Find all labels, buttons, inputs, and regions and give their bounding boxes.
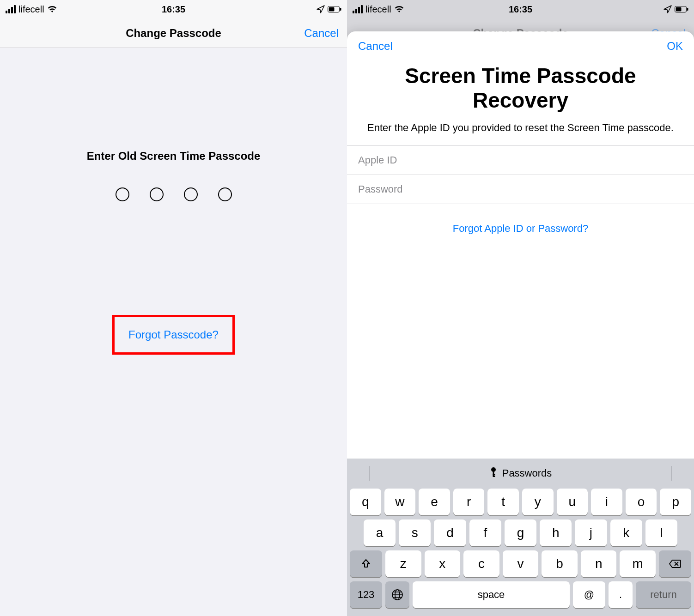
key-i[interactable]: i [591, 489, 622, 515]
key-c[interactable]: c [463, 550, 499, 577]
key-f[interactable]: f [469, 519, 501, 546]
key-e[interactable]: e [419, 489, 450, 515]
apple-id-field[interactable] [358, 154, 683, 166]
keyboard: Passwords q w e r t y u i o p a s d f g … [347, 459, 694, 616]
wifi-icon [394, 6, 404, 13]
passcode-dot [116, 187, 129, 201]
key-at[interactable]: @ [573, 581, 605, 608]
key-w[interactable]: w [384, 489, 416, 515]
key-d[interactable]: d [434, 519, 466, 546]
page-title: Change Passcode [126, 27, 221, 40]
key-icon [489, 467, 498, 480]
keyboard-row-1: q w e r t y u i o p [350, 489, 691, 515]
keyboard-suggestion-bar[interactable]: Passwords [350, 462, 691, 484]
key-b[interactable]: b [542, 550, 578, 577]
keyboard-row-2: a s d f g h j k l [350, 519, 691, 546]
key-a[interactable]: a [364, 519, 396, 546]
passcode-dot [218, 187, 232, 201]
key-space[interactable]: space [413, 581, 570, 608]
keyboard-row-3: z x c v b n m [350, 550, 691, 577]
key-backspace[interactable] [659, 550, 691, 577]
cancel-button[interactable]: Cancel [358, 40, 393, 53]
key-x[interactable]: x [425, 550, 461, 577]
battery-icon [328, 6, 341, 12]
location-icon [664, 5, 672, 13]
passcode-field[interactable] [116, 187, 232, 201]
key-return[interactable]: return [636, 581, 691, 608]
status-bar: lifecell 16:35 [0, 0, 347, 18]
cancel-button[interactable]: Cancel [304, 27, 339, 40]
forgot-apple-id-link[interactable]: Forgot Apple ID or Password? [347, 204, 694, 244]
key-s[interactable]: s [399, 519, 431, 546]
svg-rect-5 [687, 8, 688, 11]
key-h[interactable]: h [540, 519, 572, 546]
key-dot[interactable]: . [609, 581, 633, 608]
screen-change-passcode: lifecell 16:35 Change Passcode Cancel En… [0, 0, 347, 616]
sheet-title: Screen Time Passcode Recovery [347, 56, 694, 115]
svg-rect-2 [340, 8, 341, 11]
key-y[interactable]: y [522, 489, 554, 515]
key-l[interactable]: l [645, 519, 677, 546]
key-m[interactable]: m [620, 550, 656, 577]
key-shift[interactable] [350, 550, 382, 577]
key-z[interactable]: z [385, 550, 421, 577]
key-123[interactable]: 123 [350, 581, 382, 608]
screen-recovery: lifecell 16:35 Change Passcode Cancel Ca… [347, 0, 694, 616]
keyboard-row-4: 123 space @ . return [350, 581, 691, 608]
sheet-subtitle: Enter the Apple ID you provided to reset… [347, 115, 694, 146]
passcode-dot [150, 187, 164, 201]
key-g[interactable]: g [505, 519, 536, 546]
nav-bar: Change Passcode Cancel [0, 18, 347, 48]
key-q[interactable]: q [350, 489, 381, 515]
key-j[interactable]: j [575, 519, 607, 546]
forgot-passcode-link[interactable]: Forgot Passcode? [128, 328, 219, 341]
carrier-label: lifecell [18, 4, 44, 15]
svg-rect-4 [676, 7, 682, 12]
passcode-dot [184, 187, 198, 201]
ok-button[interactable]: OK [667, 40, 683, 53]
recovery-sheet: Cancel OK Screen Time Passcode Recovery … [347, 31, 694, 616]
location-icon [317, 5, 325, 13]
signal-icon [6, 5, 16, 13]
apple-id-field-row [347, 146, 694, 175]
status-bar: lifecell 16:35 [347, 0, 694, 18]
wifi-icon [47, 6, 57, 13]
key-u[interactable]: u [557, 489, 588, 515]
key-n[interactable]: n [581, 550, 617, 577]
key-r[interactable]: r [453, 489, 485, 515]
key-o[interactable]: o [626, 489, 657, 515]
svg-rect-1 [329, 7, 335, 12]
svg-rect-8 [493, 474, 495, 476]
clock: 16:35 [509, 4, 532, 15]
key-k[interactable]: k [610, 519, 642, 546]
carrier-label: lifecell [365, 4, 391, 15]
battery-icon [675, 6, 688, 12]
svg-rect-9 [493, 476, 495, 477]
password-field-row [347, 175, 694, 204]
clock: 16:35 [162, 4, 185, 15]
key-t[interactable]: t [487, 489, 519, 515]
key-p[interactable]: p [660, 489, 691, 515]
forgot-passcode-highlight: Forgot Passcode? [112, 315, 235, 355]
signal-icon [353, 5, 363, 13]
password-field[interactable] [358, 183, 683, 195]
suggestion-label: Passwords [502, 467, 552, 479]
key-globe[interactable] [385, 581, 409, 608]
key-v[interactable]: v [503, 550, 539, 577]
passcode-prompt: Enter Old Screen Time Passcode [87, 150, 261, 163]
